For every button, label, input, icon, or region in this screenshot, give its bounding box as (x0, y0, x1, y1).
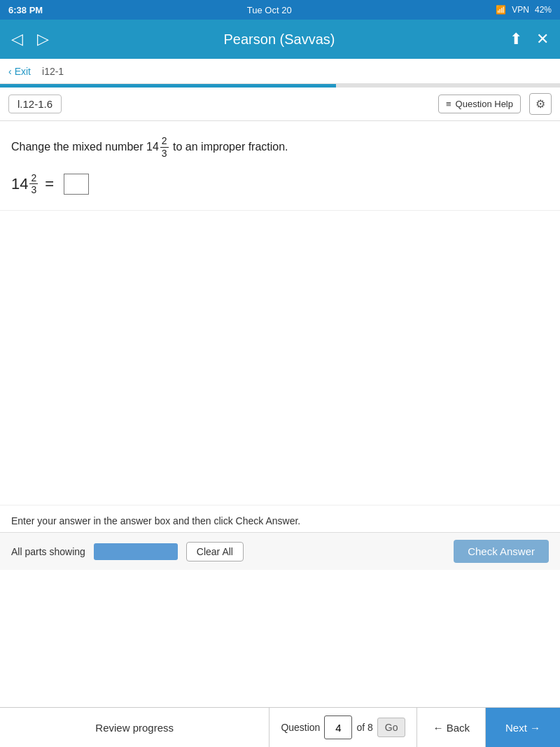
next-button[interactable]: Next → (486, 708, 560, 747)
sub-nav: ‹ Exit i12-1 (0, 59, 560, 84)
share-icon[interactable]: ⬆ (510, 30, 522, 48)
chevron-left-icon: ‹ (8, 66, 12, 77)
equals-sign: = (45, 175, 54, 193)
fraction-part: 2 3 (29, 172, 38, 197)
whole-part: 14 (11, 175, 28, 193)
question-number-input[interactable] (324, 715, 352, 739)
wifi-icon: 📶 (496, 5, 506, 15)
question-numerator: 2 (160, 135, 169, 148)
work-area (0, 211, 560, 505)
toolbar: l.12-1.6 ≡ Question Help ⚙ (0, 88, 560, 121)
back-nav-icon[interactable]: ◁ (11, 30, 23, 48)
bottom-bar: All parts showing Clear All Check Answer (0, 532, 560, 570)
vpn-label: VPN (512, 5, 529, 15)
question-denominator: 3 (160, 148, 169, 160)
mixed-number: 14 2 3 (11, 172, 38, 197)
review-progress-button[interactable]: Review progress (0, 708, 270, 747)
parts-indicator (94, 543, 178, 560)
question-help-button[interactable]: ≡ Question Help (438, 95, 521, 113)
instructions-text: Enter your answer in the answer box and … (11, 515, 300, 526)
nav-bar: ◁ ▷ Pearson (Savvas) ⬆ ✕ (0, 20, 560, 59)
back-button[interactable]: ← Back (417, 708, 486, 747)
of-label: of 8 (356, 722, 372, 733)
app-title: Pearson (Savvas) (224, 32, 335, 48)
list-icon: ≡ (446, 99, 451, 109)
tab-label: l.12-1.6 (8, 95, 62, 113)
question-prefix: Change the mixed number 14 (11, 141, 159, 153)
question-suffix: to an improper fraction. (170, 141, 288, 153)
instructions: Enter your answer in the answer box and … (0, 505, 560, 532)
frac-numerator: 2 (29, 172, 38, 185)
fraction-display: 14 2 3 = (11, 172, 549, 197)
clear-all-button[interactable]: Clear All (186, 542, 244, 561)
battery-label: 42% (535, 5, 552, 15)
frac-denominator: 3 (29, 184, 38, 196)
answer-input[interactable] (64, 174, 89, 195)
go-button[interactable]: Go (377, 718, 406, 737)
exit-button[interactable]: ‹ Exit (8, 66, 31, 77)
main-content: Change the mixed number 14 2 3 to an imp… (0, 121, 560, 211)
gear-icon: ⚙ (536, 98, 545, 110)
check-answer-button[interactable]: Check Answer (454, 540, 549, 563)
question-help-label: Question Help (456, 99, 513, 109)
status-bar: 6:38 PM Tue Oct 20 📶 VPN 42% (0, 0, 560, 20)
footer-nav: Review progress Question of 8 Go ← Back … (0, 707, 560, 747)
all-parts-label: All parts showing (11, 546, 85, 557)
question-label: Question (281, 722, 320, 733)
forward-nav-icon[interactable]: ▷ (37, 30, 49, 48)
exit-label: Exit (15, 66, 31, 77)
settings-button[interactable]: ⚙ (529, 93, 552, 115)
question-text: Change the mixed number 14 2 3 to an imp… (11, 135, 549, 160)
lesson-id: i12-1 (42, 66, 64, 77)
status-day: Tue Oct 20 (247, 5, 292, 15)
close-icon[interactable]: ✕ (536, 30, 549, 48)
status-time: 6:38 PM (8, 5, 43, 15)
question-nav: Question of 8 Go (270, 708, 417, 747)
